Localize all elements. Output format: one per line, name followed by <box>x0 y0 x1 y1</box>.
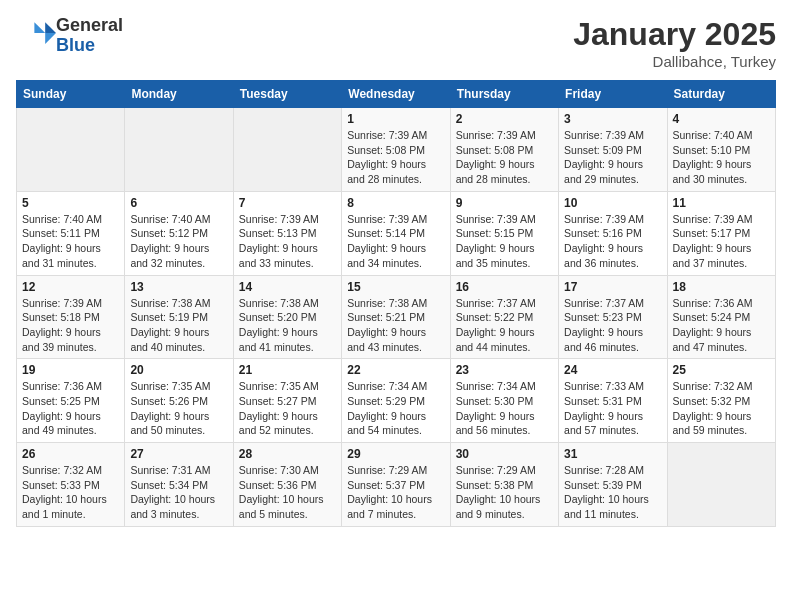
day-info: Sunrise: 7:34 AMSunset: 5:30 PMDaylight:… <box>456 379 553 438</box>
location: Dallibahce, Turkey <box>573 53 776 70</box>
day-number: 27 <box>130 447 227 461</box>
day-number: 8 <box>347 196 444 210</box>
day-info: Sunrise: 7:38 AMSunset: 5:20 PMDaylight:… <box>239 296 336 355</box>
day-info: Sunrise: 7:39 AMSunset: 5:08 PMDaylight:… <box>456 128 553 187</box>
calendar-cell: 18Sunrise: 7:36 AMSunset: 5:24 PMDayligh… <box>667 275 775 359</box>
day-number: 20 <box>130 363 227 377</box>
day-number: 5 <box>22 196 119 210</box>
day-info: Sunrise: 7:36 AMSunset: 5:24 PMDaylight:… <box>673 296 770 355</box>
day-info: Sunrise: 7:29 AMSunset: 5:38 PMDaylight:… <box>456 463 553 522</box>
calendar-cell: 14Sunrise: 7:38 AMSunset: 5:20 PMDayligh… <box>233 275 341 359</box>
day-number: 1 <box>347 112 444 126</box>
day-info: Sunrise: 7:32 AMSunset: 5:33 PMDaylight:… <box>22 463 119 522</box>
day-info: Sunrise: 7:39 AMSunset: 5:13 PMDaylight:… <box>239 212 336 271</box>
calendar-cell: 15Sunrise: 7:38 AMSunset: 5:21 PMDayligh… <box>342 275 450 359</box>
day-info: Sunrise: 7:38 AMSunset: 5:21 PMDaylight:… <box>347 296 444 355</box>
logo: General Blue <box>16 16 123 56</box>
calendar-cell: 13Sunrise: 7:38 AMSunset: 5:19 PMDayligh… <box>125 275 233 359</box>
calendar-cell: 2Sunrise: 7:39 AMSunset: 5:08 PMDaylight… <box>450 108 558 192</box>
day-info: Sunrise: 7:39 AMSunset: 5:09 PMDaylight:… <box>564 128 661 187</box>
day-number: 22 <box>347 363 444 377</box>
day-info: Sunrise: 7:38 AMSunset: 5:19 PMDaylight:… <box>130 296 227 355</box>
day-number: 12 <box>22 280 119 294</box>
day-info: Sunrise: 7:39 AMSunset: 5:14 PMDaylight:… <box>347 212 444 271</box>
weekday-header: Friday <box>559 81 667 108</box>
calendar-cell: 4Sunrise: 7:40 AMSunset: 5:10 PMDaylight… <box>667 108 775 192</box>
day-number: 6 <box>130 196 227 210</box>
svg-marker-2 <box>34 22 45 33</box>
calendar-cell: 9Sunrise: 7:39 AMSunset: 5:15 PMDaylight… <box>450 191 558 275</box>
day-info: Sunrise: 7:40 AMSunset: 5:12 PMDaylight:… <box>130 212 227 271</box>
month-title: January 2025 <box>573 16 776 53</box>
day-info: Sunrise: 7:36 AMSunset: 5:25 PMDaylight:… <box>22 379 119 438</box>
day-number: 7 <box>239 196 336 210</box>
calendar-week-row: 19Sunrise: 7:36 AMSunset: 5:25 PMDayligh… <box>17 359 776 443</box>
calendar-week-row: 5Sunrise: 7:40 AMSunset: 5:11 PMDaylight… <box>17 191 776 275</box>
calendar-cell: 31Sunrise: 7:28 AMSunset: 5:39 PMDayligh… <box>559 443 667 527</box>
calendar-cell: 7Sunrise: 7:39 AMSunset: 5:13 PMDaylight… <box>233 191 341 275</box>
day-number: 24 <box>564 363 661 377</box>
calendar-cell <box>667 443 775 527</box>
day-info: Sunrise: 7:29 AMSunset: 5:37 PMDaylight:… <box>347 463 444 522</box>
calendar-cell: 30Sunrise: 7:29 AMSunset: 5:38 PMDayligh… <box>450 443 558 527</box>
day-info: Sunrise: 7:28 AMSunset: 5:39 PMDaylight:… <box>564 463 661 522</box>
page-header: General Blue January 2025 Dallibahce, Tu… <box>16 16 776 70</box>
day-number: 25 <box>673 363 770 377</box>
calendar-cell: 11Sunrise: 7:39 AMSunset: 5:17 PMDayligh… <box>667 191 775 275</box>
calendar-cell: 22Sunrise: 7:34 AMSunset: 5:29 PMDayligh… <box>342 359 450 443</box>
day-info: Sunrise: 7:39 AMSunset: 5:17 PMDaylight:… <box>673 212 770 271</box>
weekday-header: Monday <box>125 81 233 108</box>
calendar-cell <box>17 108 125 192</box>
calendar-cell: 27Sunrise: 7:31 AMSunset: 5:34 PMDayligh… <box>125 443 233 527</box>
day-number: 15 <box>347 280 444 294</box>
day-number: 26 <box>22 447 119 461</box>
calendar-cell: 24Sunrise: 7:33 AMSunset: 5:31 PMDayligh… <box>559 359 667 443</box>
calendar-cell: 16Sunrise: 7:37 AMSunset: 5:22 PMDayligh… <box>450 275 558 359</box>
logo-text-blue: Blue <box>56 36 123 56</box>
calendar-cell <box>125 108 233 192</box>
day-info: Sunrise: 7:34 AMSunset: 5:29 PMDaylight:… <box>347 379 444 438</box>
calendar-cell: 17Sunrise: 7:37 AMSunset: 5:23 PMDayligh… <box>559 275 667 359</box>
day-info: Sunrise: 7:39 AMSunset: 5:08 PMDaylight:… <box>347 128 444 187</box>
day-number: 11 <box>673 196 770 210</box>
day-number: 9 <box>456 196 553 210</box>
day-number: 2 <box>456 112 553 126</box>
calendar-cell: 8Sunrise: 7:39 AMSunset: 5:14 PMDaylight… <box>342 191 450 275</box>
day-number: 30 <box>456 447 553 461</box>
title-block: January 2025 Dallibahce, Turkey <box>573 16 776 70</box>
weekday-header: Wednesday <box>342 81 450 108</box>
logo-icon <box>20 20 56 48</box>
day-info: Sunrise: 7:39 AMSunset: 5:16 PMDaylight:… <box>564 212 661 271</box>
calendar-cell: 3Sunrise: 7:39 AMSunset: 5:09 PMDaylight… <box>559 108 667 192</box>
day-info: Sunrise: 7:32 AMSunset: 5:32 PMDaylight:… <box>673 379 770 438</box>
calendar-cell: 20Sunrise: 7:35 AMSunset: 5:26 PMDayligh… <box>125 359 233 443</box>
day-number: 16 <box>456 280 553 294</box>
calendar-cell: 6Sunrise: 7:40 AMSunset: 5:12 PMDaylight… <box>125 191 233 275</box>
calendar-cell: 5Sunrise: 7:40 AMSunset: 5:11 PMDaylight… <box>17 191 125 275</box>
calendar-cell <box>233 108 341 192</box>
logo-text-general: General <box>56 16 123 36</box>
day-number: 3 <box>564 112 661 126</box>
calendar-header-row: SundayMondayTuesdayWednesdayThursdayFrid… <box>17 81 776 108</box>
day-number: 13 <box>130 280 227 294</box>
day-info: Sunrise: 7:40 AMSunset: 5:10 PMDaylight:… <box>673 128 770 187</box>
day-number: 4 <box>673 112 770 126</box>
day-info: Sunrise: 7:39 AMSunset: 5:15 PMDaylight:… <box>456 212 553 271</box>
calendar-cell: 1Sunrise: 7:39 AMSunset: 5:08 PMDaylight… <box>342 108 450 192</box>
day-info: Sunrise: 7:37 AMSunset: 5:22 PMDaylight:… <box>456 296 553 355</box>
day-number: 19 <box>22 363 119 377</box>
day-info: Sunrise: 7:37 AMSunset: 5:23 PMDaylight:… <box>564 296 661 355</box>
calendar-week-row: 12Sunrise: 7:39 AMSunset: 5:18 PMDayligh… <box>17 275 776 359</box>
calendar-week-row: 26Sunrise: 7:32 AMSunset: 5:33 PMDayligh… <box>17 443 776 527</box>
calendar-cell: 10Sunrise: 7:39 AMSunset: 5:16 PMDayligh… <box>559 191 667 275</box>
day-number: 31 <box>564 447 661 461</box>
calendar-cell: 21Sunrise: 7:35 AMSunset: 5:27 PMDayligh… <box>233 359 341 443</box>
svg-marker-0 <box>45 22 56 33</box>
calendar-cell: 29Sunrise: 7:29 AMSunset: 5:37 PMDayligh… <box>342 443 450 527</box>
weekday-header: Saturday <box>667 81 775 108</box>
calendar-week-row: 1Sunrise: 7:39 AMSunset: 5:08 PMDaylight… <box>17 108 776 192</box>
weekday-header: Sunday <box>17 81 125 108</box>
day-number: 21 <box>239 363 336 377</box>
day-info: Sunrise: 7:35 AMSunset: 5:27 PMDaylight:… <box>239 379 336 438</box>
calendar-cell: 12Sunrise: 7:39 AMSunset: 5:18 PMDayligh… <box>17 275 125 359</box>
